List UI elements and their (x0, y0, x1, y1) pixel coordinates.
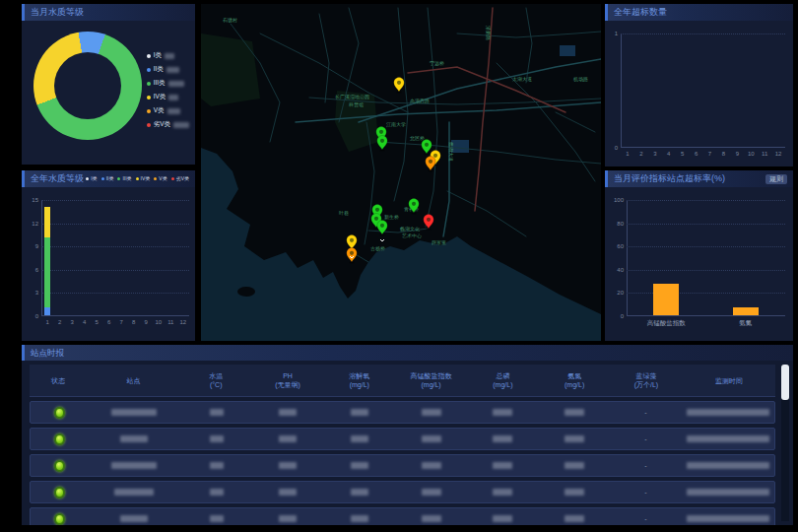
gridline-9 (41, 246, 189, 247)
redacted-timestamp (687, 462, 769, 469)
redacted-value (422, 462, 441, 469)
cell-蓝绿藻: - (610, 462, 682, 469)
legend-label: I类 (154, 51, 162, 60)
legend-dot (147, 82, 151, 86)
cell-监测时间 (682, 409, 774, 417)
x-tick-6: 6 (103, 319, 116, 325)
x-axis-labels: 高锰酸盐指数氨氮 (627, 319, 785, 328)
cell-总磷 (467, 515, 539, 523)
exceed-rate-chart[interactable]: 高锰酸盐指数氨氮 020406080100 (627, 200, 785, 316)
x-axis-labels: 123456789101112 (41, 319, 189, 325)
map-label-艺术中心: 艺术中心 (402, 233, 422, 238)
legend-label: III类 (154, 79, 166, 88)
cell-PH (252, 515, 324, 523)
redacted-value (422, 409, 441, 416)
x-tick-12: 12 (177, 319, 190, 325)
stacked-bar-II类-month-1[interactable] (44, 307, 50, 315)
cell-蓝绿藻: - (610, 515, 682, 522)
table-row[interactable]: - (30, 507, 775, 525)
y-tick-15: 15 (32, 197, 38, 203)
legend-label: 劣V类 (176, 170, 189, 187)
map-label-江南大学: 江南大学 (386, 121, 406, 128)
x-axis (621, 147, 785, 148)
cell-溶解氧 (324, 515, 396, 523)
legend-item-III类[interactable]: III类 (117, 170, 131, 187)
legend-value-redacted (165, 53, 174, 59)
map-label-太湖大道: 太湖大道 (512, 76, 532, 82)
x-tick-10: 10 (744, 151, 758, 157)
rate-bar-高锰酸盐指数[interactable] (653, 284, 679, 315)
map-label-长广溪湿地公园: 长广溪湿地公园 (335, 94, 369, 100)
redacted-value (493, 462, 512, 469)
legend-item-III类[interactable]: III类 (147, 79, 189, 88)
panel-title: 站点时报 (31, 345, 64, 361)
year-exceed-chart[interactable]: 123456789101112 01 (621, 33, 785, 148)
cell-状态 (31, 460, 88, 472)
table-row[interactable]: - (30, 481, 775, 503)
city-map[interactable]: 石塘村宁远桥太湖大道机场路高浪西路长广溪湿地公园科普馆江南大学北区桥清扬路蠡湖大… (201, 4, 601, 341)
legend-item-IV类[interactable]: IV类 (136, 170, 151, 187)
cell-蓝绿藻: - (610, 489, 682, 496)
legend-label: V类 (154, 106, 165, 115)
legend-item-劣V类[interactable]: 劣V类 (147, 120, 189, 129)
redacted-timestamp (687, 489, 769, 496)
col-header-氨氮: 氨氮(mg/L) (539, 371, 611, 389)
x-tick-11: 11 (758, 151, 771, 157)
col-header-溶解氧: 溶解氧(mg/L) (323, 371, 395, 389)
legend-label: II类 (106, 170, 114, 187)
cell-高锰酸盐指数 (395, 435, 467, 443)
legend-item-V类[interactable]: V类 (154, 170, 166, 187)
cell-站点 (88, 462, 180, 470)
panel-year-water-grade: 全年水质等级 I类II类III类IV类V类劣V类 123456789101112… (22, 170, 195, 341)
legend-item-II类[interactable]: II类 (147, 65, 189, 74)
map-panel[interactable]: 石塘村宁远桥太湖大道机场路高浪西路长广溪湿地公园科普馆江南大学北区桥清扬路蠡湖大… (201, 4, 601, 341)
gridline-20 (627, 293, 785, 294)
legend-label: IV类 (141, 170, 151, 187)
legend-value-redacted (168, 81, 184, 87)
stacked-bar-IV类-month-1[interactable] (44, 207, 50, 237)
col-header-蓝绿藻: 蓝绿藻(万个/L) (611, 371, 683, 389)
legend-item-II类[interactable]: II类 (101, 170, 114, 187)
cell-站点 (88, 409, 180, 417)
gridline-1 (621, 33, 785, 34)
y-tick-80: 80 (617, 221, 624, 227)
cell-蓝绿藻: - (610, 435, 682, 442)
year-grade-chart[interactable]: 123456789101112 03691215 (41, 200, 189, 316)
redacted-value (351, 409, 368, 416)
redacted-value (210, 435, 224, 442)
cell-状态 (31, 407, 88, 419)
cell-总磷 (467, 409, 539, 417)
rules-link[interactable]: 规则 (765, 174, 787, 184)
table-row[interactable]: - (30, 428, 775, 450)
rate-bar-氨氮[interactable] (733, 307, 759, 315)
station-table-body: ----- (30, 401, 775, 525)
water-grade-donut-chart[interactable] (33, 32, 142, 140)
legend-item-I类[interactable]: I类 (147, 51, 189, 60)
col-header-监测时间: 监测时间 (682, 376, 775, 385)
panel-title: 当月水质等级 (31, 4, 84, 21)
legend-item-I类[interactable]: I类 (86, 170, 97, 187)
col-header-水温: 水温(°C) (180, 371, 252, 389)
col-header-label: 氨氮 (539, 371, 611, 380)
x-tick-7: 7 (703, 151, 717, 157)
table-row[interactable]: - (30, 401, 775, 424)
table-scrollbar-thumb[interactable] (781, 365, 789, 400)
legend-item-IV类[interactable]: IV类 (147, 93, 189, 101)
redacted-value (210, 462, 224, 469)
cell-监测时间 (682, 435, 774, 443)
redacted-timestamp (687, 515, 769, 522)
y-tick-6: 6 (35, 267, 38, 273)
legend-item-V类[interactable]: V类 (147, 106, 189, 115)
year-grade-legend: I类II类III类IV类V类劣V类 (86, 170, 189, 187)
table-scrollbar-track[interactable] (781, 365, 789, 521)
table-row[interactable]: - (30, 454, 775, 477)
stacked-bar-III类-month-1[interactable] (44, 237, 50, 307)
legend-item-劣V类[interactable]: 劣V类 (171, 170, 189, 187)
legend-label: III类 (122, 170, 131, 187)
x-tick-6: 6 (690, 151, 703, 157)
redacted-value (493, 515, 512, 522)
status-ok-icon (54, 487, 65, 499)
redacted-value (279, 462, 297, 469)
redacted-value (565, 462, 584, 469)
map-label-石塘村: 石塘村 (223, 17, 237, 24)
